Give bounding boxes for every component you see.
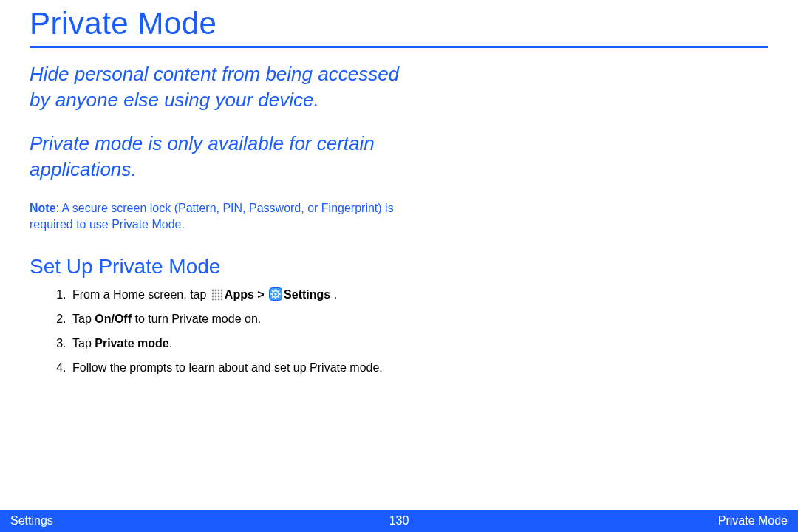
step-3: Tap Private mode.	[69, 335, 443, 352]
note-paragraph: Note: A secure screen lock (Pattern, PIN…	[30, 200, 414, 232]
note-text: : A secure screen lock (Pattern, PIN, Pa…	[30, 202, 394, 231]
intro-block: Hide personal content from being accesse…	[30, 61, 414, 183]
steps-list: From a Home screen, tap Apps >	[30, 286, 443, 377]
step-3-text-a: Tap	[72, 337, 95, 349]
svg-point-4	[211, 292, 214, 294]
svg-point-5	[214, 292, 216, 294]
title-rule	[30, 46, 768, 48]
svg-point-2	[217, 289, 219, 291]
svg-point-3	[220, 289, 222, 291]
step-2-text-a: Tap	[72, 313, 95, 325]
step-1-end: .	[330, 288, 337, 301]
svg-line-23	[279, 296, 279, 297]
step-4: Follow the prompts to learn about and se…	[69, 359, 443, 376]
svg-point-12	[211, 298, 214, 300]
step-1-settings-label: Settings	[284, 288, 330, 301]
settings-gear-icon	[269, 287, 282, 301]
svg-line-25	[279, 290, 279, 291]
section-heading: Set Up Private Mode	[30, 255, 768, 279]
step-3-text-c: .	[169, 337, 172, 349]
svg-line-24	[272, 296, 273, 297]
svg-point-14	[217, 298, 219, 300]
step-1-separator: >	[254, 288, 267, 301]
svg-line-22	[272, 290, 273, 291]
svg-point-6	[217, 292, 219, 294]
svg-point-0	[211, 289, 214, 291]
svg-point-11	[220, 295, 222, 297]
note-label: Note	[30, 202, 56, 214]
svg-point-15	[220, 298, 222, 300]
intro-paragraph-2: Private mode is only available for certa…	[30, 131, 414, 183]
svg-point-1	[214, 289, 216, 291]
manual-page: Private Mode Hide personal content from …	[0, 0, 798, 532]
svg-point-26	[274, 293, 276, 295]
step-2: Tap On/Off to turn Private mode on.	[69, 310, 443, 327]
step-2-text-c: to turn Private mode on.	[132, 313, 261, 325]
svg-point-9	[214, 295, 216, 297]
step-1: From a Home screen, tap Apps >	[69, 286, 443, 303]
svg-point-13	[214, 298, 216, 300]
step-2-bold: On/Off	[95, 313, 132, 325]
step-1-apps-label: Apps	[225, 288, 254, 301]
footer-right: Private Mode	[718, 514, 788, 528]
intro-paragraph-1: Hide personal content from being accesse…	[30, 61, 414, 113]
svg-point-8	[211, 295, 214, 297]
footer-page-number: 130	[389, 514, 409, 528]
apps-grid-icon	[211, 289, 223, 301]
footer-left: Settings	[10, 514, 53, 528]
page-title: Private Mode	[30, 6, 768, 46]
step-3-bold: Private mode	[95, 337, 168, 349]
page-content: Private Mode Hide personal content from …	[0, 0, 798, 376]
step-1-text-a: From a Home screen, tap	[72, 288, 210, 301]
page-footer: Settings 130 Private Mode	[0, 510, 798, 532]
svg-point-7	[220, 292, 222, 294]
svg-point-10	[217, 295, 219, 297]
